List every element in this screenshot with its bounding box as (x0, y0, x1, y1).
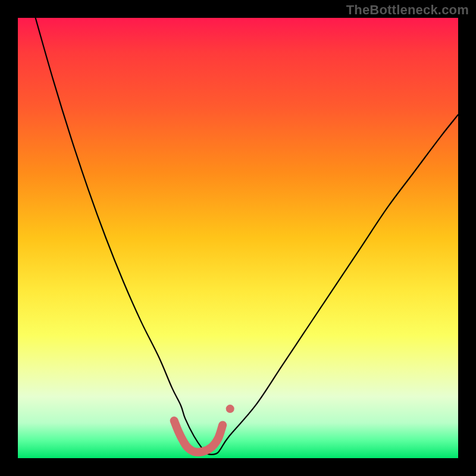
optimal-range-marker (174, 421, 223, 452)
bottleneck-curve (36, 18, 458, 455)
plot-svg (18, 18, 458, 458)
watermark-text: TheBottleneck.com (346, 2, 469, 18)
chart-frame: TheBottleneck.com (0, 0, 476, 476)
marker-dot (226, 405, 234, 413)
plot-area (18, 18, 458, 458)
